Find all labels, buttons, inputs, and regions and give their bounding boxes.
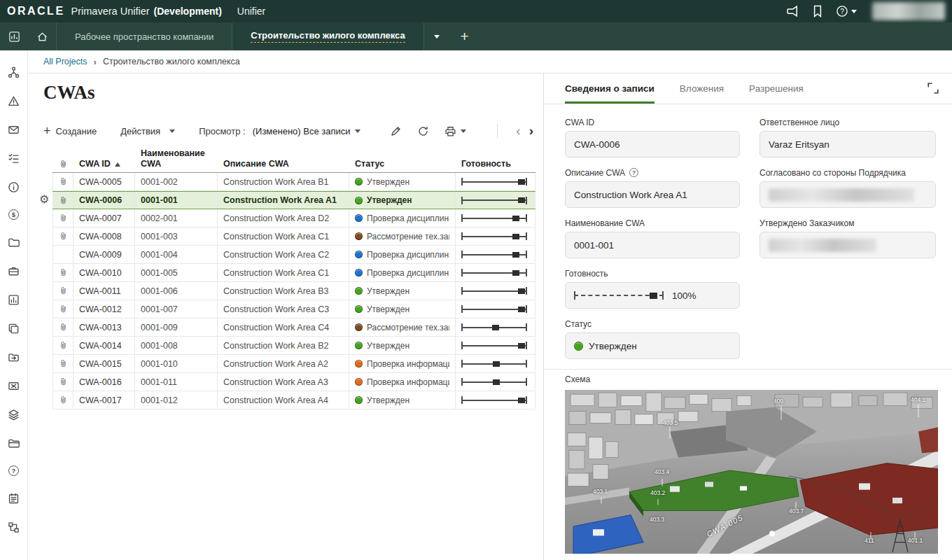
help-module-icon[interactable]: ? xyxy=(8,465,19,476)
transfer-icon[interactable] xyxy=(8,351,20,363)
attachment-icon xyxy=(59,359,68,368)
dashboard-icon[interactable] xyxy=(0,22,28,50)
table-row[interactable]: CWA-0014 0001-008 Construction Work Area… xyxy=(52,337,536,355)
header-cwa-id[interactable]: CWA ID xyxy=(74,159,135,172)
user-menu[interactable] xyxy=(872,2,945,20)
status-dot xyxy=(355,232,363,240)
workflow-icon[interactable] xyxy=(8,521,20,533)
tab-record-details[interactable]: Сведения о записи xyxy=(565,74,654,104)
table-row[interactable]: CWA-0008 0001-003 Construction Work Area… xyxy=(52,227,536,246)
status-dot xyxy=(355,305,363,313)
attachment-icon xyxy=(59,214,68,223)
row-settings-gear-icon[interactable]: ⚙ xyxy=(39,192,49,206)
cost-icon[interactable]: $ xyxy=(8,209,19,220)
add-tab-button[interactable]: + xyxy=(450,22,479,50)
attachment-icon xyxy=(59,177,68,186)
next-page-chevron-icon[interactable]: › xyxy=(529,123,533,139)
layers-icon[interactable] xyxy=(8,408,20,421)
table-row[interactable]: CWA-0010 0001-005 Construction Work Area… xyxy=(52,264,536,282)
table-row[interactable]: CWA-0016 0001-011 Construction Work Area… xyxy=(52,373,536,391)
portfolio-icon[interactable] xyxy=(8,265,20,277)
expand-panel-icon[interactable] xyxy=(927,82,941,96)
tab-project[interactable]: Строительство жилого комплекса xyxy=(232,22,423,50)
home-icon[interactable] xyxy=(28,22,56,50)
field-help-icon[interactable]: ? xyxy=(629,168,638,177)
attachment-header-icon xyxy=(59,160,68,169)
tab-company-workspace[interactable]: Рабочее пространство компании xyxy=(56,22,232,50)
breadcrumb-all-projects-link[interactable]: All Projects xyxy=(43,57,88,66)
copy-icon[interactable] xyxy=(8,322,20,335)
hierarchy-icon[interactable] xyxy=(8,66,20,78)
cell-name: 0001-011 xyxy=(135,373,218,391)
table-row[interactable]: CWA-0012 0001-007 Construction Work Area… xyxy=(52,300,536,318)
announcements-icon[interactable] xyxy=(785,4,799,18)
details-tabbar: Сведения о записи Вложения Разрешения xyxy=(544,74,952,104)
header-name[interactable]: Наименование CWA xyxy=(135,148,218,172)
cell-progress xyxy=(456,318,536,336)
logs-icon[interactable] xyxy=(8,492,20,505)
cell-status: Проверка информаци xyxy=(349,355,456,372)
view-caret-icon xyxy=(355,130,360,133)
table-row[interactable]: CWA-0007 0002-001 Construction Work Area… xyxy=(52,209,536,227)
tasks-icon[interactable] xyxy=(8,152,20,164)
cell-description: Construction Work Area A4 xyxy=(218,391,349,409)
cell-cwa-id: CWA-0015 xyxy=(74,355,135,372)
bookmark-icon[interactable] xyxy=(811,4,825,18)
cell-progress xyxy=(456,192,536,209)
tab-list-chevron-icon[interactable] xyxy=(424,22,450,50)
cell-name: 0001-001 xyxy=(135,192,218,209)
cell-attachment xyxy=(52,337,74,354)
cell-progress xyxy=(456,300,536,318)
documents-icon[interactable] xyxy=(8,236,20,248)
header-attachment xyxy=(52,160,74,172)
sort-asc-icon xyxy=(115,162,120,167)
table-row[interactable]: CWA-0013 0001-009 Construction Work Area… xyxy=(52,318,536,337)
scheme-area-label: 409 xyxy=(774,398,783,405)
name-input[interactable]: 0001-001 xyxy=(565,232,740,258)
mail-icon[interactable] xyxy=(8,123,20,136)
cell-cwa-id: CWA-0007 xyxy=(74,209,135,227)
plus-icon: + xyxy=(43,125,51,137)
table-row[interactable]: CWA-0006 0001-001 Construction Work Area… xyxy=(52,191,536,209)
agreed-input[interactable] xyxy=(760,181,936,208)
status-input[interactable]: Утвержден xyxy=(565,332,740,359)
tab-permissions[interactable]: Разрешения xyxy=(749,74,804,104)
header-description[interactable]: Описание CWA xyxy=(218,159,349,172)
refresh-icon[interactable] xyxy=(417,125,429,137)
table-row[interactable]: CWA-0005 0001-002 Construction Work Area… xyxy=(52,173,536,191)
mailbox-icon[interactable] xyxy=(8,379,20,392)
approved-input[interactable] xyxy=(760,232,936,258)
cell-attachment xyxy=(52,264,74,281)
actions-dropdown[interactable]: Действия xyxy=(120,126,175,136)
table-row[interactable]: CWA-0011 0001-006 Construction Work Area… xyxy=(52,282,536,300)
table-row[interactable]: CWA-0009 0001-004 Construction Work Area… xyxy=(52,246,536,264)
main-area: All Projects › Строительство жилого комп… xyxy=(28,50,952,560)
alerts-icon[interactable] xyxy=(8,94,20,107)
status-dot xyxy=(355,396,363,404)
cell-status: Утвержден xyxy=(349,282,456,300)
help-menu[interactable]: ? xyxy=(836,5,857,18)
cell-cwa-id: CWA-0010 xyxy=(74,264,135,281)
table-row[interactable]: CWA-0015 0001-010 Construction Work Area… xyxy=(52,355,536,373)
prev-page-chevron-icon[interactable]: ‹ xyxy=(516,123,520,139)
folders-icon[interactable] xyxy=(8,437,20,449)
reports-icon[interactable] xyxy=(8,293,20,306)
scheme-area-label: 404.1 xyxy=(911,396,925,403)
header-status[interactable]: Статус xyxy=(349,159,456,172)
view-dropdown[interactable]: (Изменено) Все записи xyxy=(253,126,360,136)
description-input[interactable]: Construction Work Area A1 xyxy=(565,181,740,208)
responsible-input[interactable]: Varaz Eritsyan xyxy=(760,131,936,158)
cell-name: 0002-001 xyxy=(135,209,218,227)
environment-label: (Development) xyxy=(154,6,222,17)
print-dropdown[interactable] xyxy=(444,125,466,137)
progress-input[interactable]: 100% xyxy=(565,282,740,309)
cwa-id-input[interactable]: CWA-0006 xyxy=(565,131,740,158)
info-icon[interactable] xyxy=(8,181,20,193)
header-progress[interactable]: Готовность xyxy=(456,159,536,172)
create-button[interactable]: + Создание xyxy=(43,125,97,137)
cell-progress xyxy=(456,355,536,372)
edit-icon[interactable] xyxy=(390,125,402,137)
attachment-icon xyxy=(59,196,68,205)
table-row[interactable]: CWA-0017 0001-012 Construction Work Area… xyxy=(52,391,536,410)
tab-attachments[interactable]: Вложения xyxy=(680,74,724,104)
